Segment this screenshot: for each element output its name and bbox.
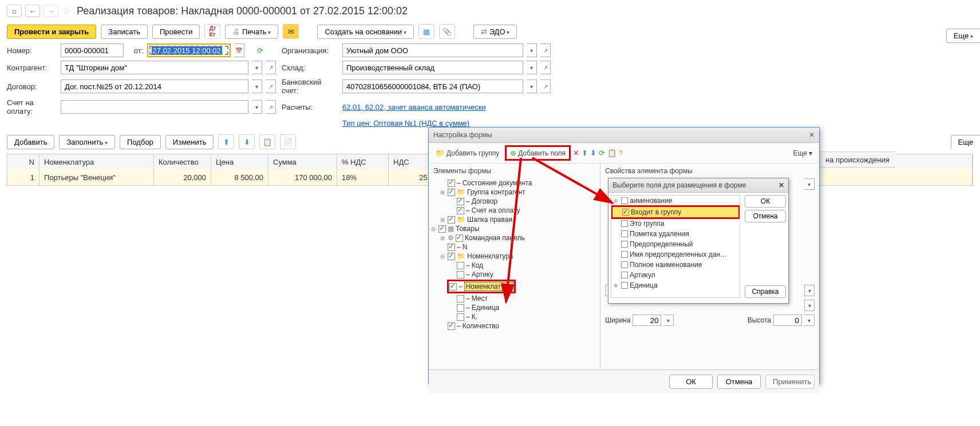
field-picker-dialog: Выберите поля для размещения в форме ✕ ⊕… <box>608 178 789 188</box>
save-button[interactable]: Записать <box>101 25 148 39</box>
dialog-title: Настройка формы <box>433 131 492 139</box>
post-and-close-button[interactable]: Провести и закрыть <box>7 25 96 39</box>
number-input[interactable] <box>61 43 124 57</box>
edit-button[interactable]: Изменить <box>165 135 214 149</box>
fill-button[interactable]: Заполнить <box>59 135 115 149</box>
dtkt-icon[interactable]: ДтКт <box>204 24 220 39</box>
calc-link[interactable]: 62.01, 62.02, зачет аванса автоматически <box>342 103 486 112</box>
price-type-link[interactable]: Тип цен: Оптовая №1 (НДС в сумме) <box>342 119 469 128</box>
doc-icon[interactable]: ▦ <box>418 24 434 39</box>
col-price: Цена <box>211 154 268 170</box>
invoice-input[interactable] <box>61 100 248 114</box>
move-up-icon[interactable]: ⬆ <box>218 134 234 149</box>
create-based-button[interactable]: Создать на основании <box>317 25 414 39</box>
col-n: N <box>7 154 39 170</box>
help-icon[interactable]: ? <box>619 149 623 157</box>
col-nomenclature: Номенклатура <box>39 154 154 170</box>
edo-button[interactable]: ⇄ ЭДО <box>473 25 517 39</box>
open-icon[interactable]: ↗ <box>540 79 551 93</box>
number-label: Номер: <box>7 46 57 55</box>
col-origin: на происхождения <box>820 152 895 168</box>
dropdown-icon[interactable]: ▾ <box>252 79 262 93</box>
paste-icon[interactable]: 📄 <box>280 134 296 149</box>
calc-label: Расчеты: <box>282 103 339 112</box>
open-icon[interactable]: ↗ <box>540 61 551 74</box>
bank-label: Банковский счет: <box>282 78 339 95</box>
copy-icon[interactable]: 📋 <box>607 149 617 157</box>
calendar-icon[interactable]: 📅 <box>234 43 244 57</box>
date-input[interactable]: 27.02.2015 12:00:02 <box>152 46 222 55</box>
org-input[interactable] <box>342 43 523 57</box>
contragent-input[interactable] <box>61 61 248 74</box>
open-icon[interactable]: ↗ <box>266 100 276 114</box>
repeat-icon[interactable]: ⟳ <box>257 46 263 55</box>
add-fields-button[interactable]: ⊕Добавить поля <box>507 147 569 159</box>
tree-item[interactable]: –Состояние документа <box>440 178 598 188</box>
col-sum: Сумма <box>268 154 337 170</box>
more-button-top[interactable]: Еще <box>946 29 980 43</box>
bank-input[interactable] <box>342 79 523 93</box>
dropdown-icon[interactable]: ▾ <box>527 43 537 57</box>
add-group-button[interactable]: 📁Добавить группу <box>432 147 503 159</box>
tree-item[interactable]: ⊕📁Группа контрагент <box>440 188 598 188</box>
tree-header: Элементы формы <box>431 166 598 178</box>
post-button[interactable]: Провести <box>152 25 200 39</box>
close-icon[interactable]: ✕ <box>809 131 815 139</box>
from-label: от: <box>134 46 144 55</box>
org-label: Организация: <box>282 46 339 55</box>
dropdown-icon[interactable]: ▾ <box>527 61 537 74</box>
contract-label: Договор: <box>7 82 57 91</box>
back-icon[interactable]: ← <box>25 5 40 17</box>
open-icon[interactable]: ↗ <box>540 43 551 57</box>
props-header: Свойства элемента формы <box>605 166 815 178</box>
favorite-icon[interactable]: ☆ <box>62 5 71 17</box>
move-down-icon[interactable]: ⬇ <box>239 134 255 149</box>
col-vat-pct: % НДС <box>337 154 389 170</box>
print-button[interactable]: 🖨 Печать <box>225 25 278 39</box>
dialog-title: Выберите поля для размещения в форме <box>612 181 746 188</box>
open-icon[interactable]: ↗ <box>266 61 276 74</box>
add-row-button[interactable]: Добавить <box>7 135 54 149</box>
mail-icon[interactable]: ✉ <box>283 24 299 39</box>
forward-icon: → <box>44 5 58 17</box>
dropdown-icon[interactable]: ▾ <box>252 100 262 114</box>
copy-icon[interactable]: 📋 <box>259 134 275 149</box>
page-title: Реализация товаров: Накладная 0000-00000… <box>77 5 408 17</box>
contragent-label: Контрагент: <box>7 63 57 72</box>
warehouse-input[interactable] <box>342 61 523 74</box>
col-qty: Количество <box>154 154 211 170</box>
contract-input[interactable] <box>61 79 248 93</box>
dropdown-icon[interactable]: ▾ <box>527 79 537 93</box>
open-icon[interactable]: ↗ <box>266 79 276 93</box>
dropdown-icon[interactable]: ▾ <box>804 178 815 188</box>
home-icon[interactable]: ⌂ <box>7 5 22 17</box>
delete-icon[interactable]: ✕ <box>573 149 579 157</box>
warehouse-label: Склад: <box>282 63 339 72</box>
attach-icon[interactable]: 📎 <box>439 24 455 39</box>
close-icon[interactable]: ✕ <box>779 181 784 188</box>
refresh-icon[interactable]: ⟳ <box>599 149 605 157</box>
move-down-icon[interactable]: ⬇ <box>590 149 596 157</box>
more-button[interactable]: Еще ▾ <box>790 148 816 159</box>
more-button-tab[interactable]: Еще <box>951 135 980 149</box>
move-up-icon[interactable]: ⬆ <box>582 149 588 157</box>
invoice-label: Счет на оплату: <box>7 98 57 116</box>
pick-button[interactable]: Подбор <box>120 135 161 149</box>
dropdown-icon[interactable]: ▾ <box>252 61 262 74</box>
